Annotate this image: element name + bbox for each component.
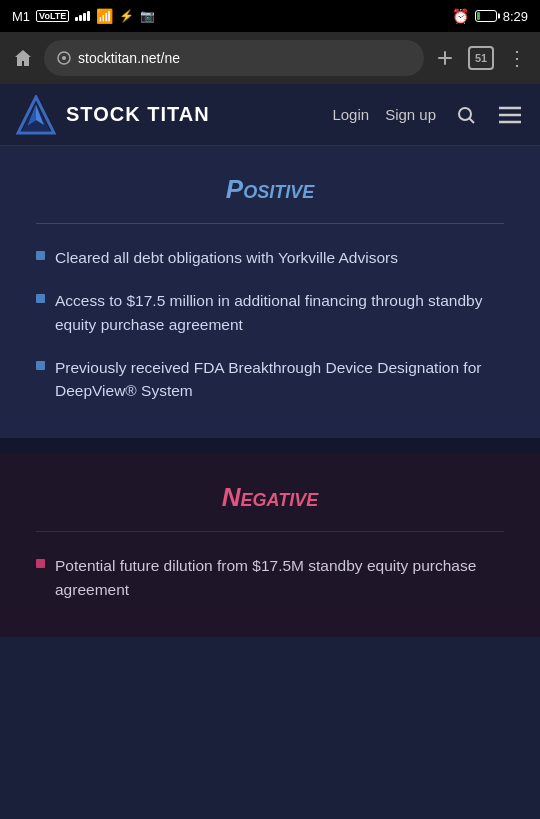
instagram-icon: 📷 — [140, 9, 155, 23]
alarm-icon: ⏰ — [452, 8, 469, 24]
status-bar: M1 VoLTE 📶 ⚡ 📷 ⏰ 8:29 — [0, 0, 540, 32]
hamburger-menu-button[interactable] — [496, 101, 524, 129]
battery-indicator — [475, 10, 497, 22]
browser-home-button[interactable] — [10, 45, 36, 71]
bullet-icon — [36, 251, 45, 260]
negative-title: Negative — [36, 482, 504, 513]
signup-button[interactable]: Sign up — [385, 106, 436, 123]
wifi-icon: 📶 — [96, 8, 113, 24]
positive-bullet-list: Cleared all debt obligations with Yorkvi… — [36, 246, 504, 402]
site-nav: Login Sign up — [332, 101, 524, 129]
logo-icon — [16, 95, 56, 135]
browser-actions: 51 ⋮ — [432, 45, 530, 71]
svg-line-5 — [470, 118, 475, 123]
battery-charging-icon: ⚡ — [119, 9, 134, 23]
signal-icon — [75, 11, 90, 21]
browser-menu-button[interactable]: ⋮ — [504, 45, 530, 71]
page-content: Positive Cleared all debt obligations wi… — [0, 146, 540, 637]
bullet-icon — [36, 294, 45, 303]
list-item: Access to $17.5 million in additional fi… — [36, 289, 504, 336]
positive-title: Positive — [36, 174, 504, 205]
site-title: STOCK TITAN — [66, 103, 210, 126]
svg-point-1 — [62, 56, 66, 60]
positive-divider — [36, 223, 504, 224]
negative-section: Negative Potential future dilution from … — [0, 454, 540, 637]
tabs-count-button[interactable]: 51 — [468, 46, 494, 70]
url-bar[interactable]: stocktitan.net/ne — [44, 40, 424, 76]
battery-fill — [477, 12, 480, 20]
volte-badge: VoLTE — [36, 10, 69, 22]
list-item: Cleared all debt obligations with Yorkvi… — [36, 246, 504, 269]
list-item: Previously received FDA Breakthrough Dev… — [36, 356, 504, 403]
site-header: STOCK TITAN Login Sign up — [0, 84, 540, 146]
list-item: Potential future dilution from $17.5M st… — [36, 554, 504, 601]
status-left: M1 VoLTE 📶 ⚡ 📷 — [12, 8, 155, 24]
url-text: stocktitan.net/ne — [78, 50, 412, 66]
bullet-icon — [36, 361, 45, 370]
login-button[interactable]: Login — [332, 106, 369, 123]
negative-bullet-list: Potential future dilution from $17.5M st… — [36, 554, 504, 601]
negative-divider — [36, 531, 504, 532]
card-gap — [0, 438, 540, 454]
positive-section: Positive Cleared all debt obligations wi… — [0, 146, 540, 438]
svg-point-4 — [459, 108, 471, 120]
positive-item-2: Access to $17.5 million in additional fi… — [55, 289, 504, 336]
status-right: ⏰ 8:29 — [452, 8, 528, 24]
logo-wrapper[interactable]: STOCK TITAN — [16, 95, 332, 135]
positive-item-3: Previously received FDA Breakthrough Dev… — [55, 356, 504, 403]
security-icon — [56, 50, 72, 66]
new-tab-button[interactable] — [432, 45, 458, 71]
browser-chrome: stocktitan.net/ne 51 ⋮ — [0, 32, 540, 84]
bullet-icon — [36, 559, 45, 568]
positive-item-1: Cleared all debt obligations with Yorkvi… — [55, 246, 398, 269]
search-button[interactable] — [452, 101, 480, 129]
carrier-label: M1 — [12, 9, 30, 24]
time-display: 8:29 — [503, 9, 528, 24]
negative-item-1: Potential future dilution from $17.5M st… — [55, 554, 504, 601]
